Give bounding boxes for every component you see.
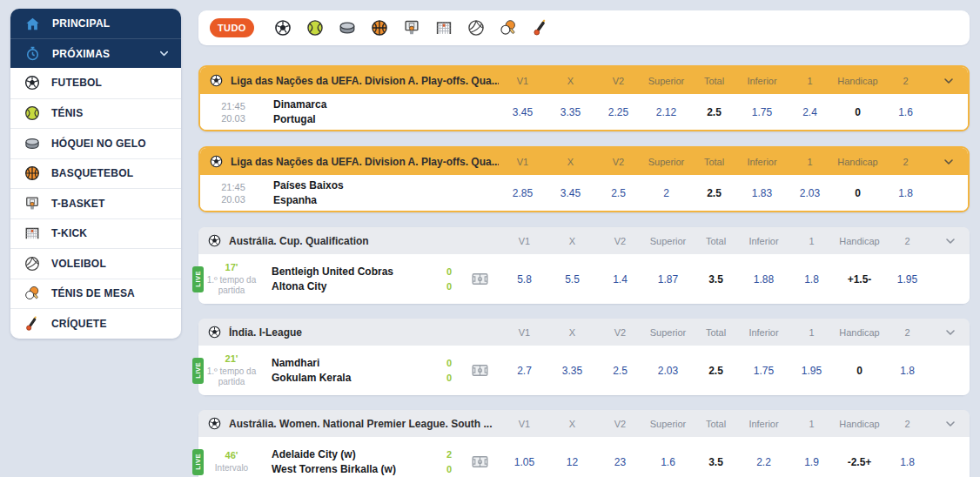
puck-icon[interactable] (338, 18, 357, 37)
odds-handicap-line: 0 (834, 187, 882, 199)
soccer-icon[interactable] (273, 18, 292, 37)
league-title: Austrália. Cup. Qualification (229, 235, 500, 247)
chevron-down-icon[interactable] (931, 234, 970, 248)
tbasket-icon[interactable] (402, 18, 421, 37)
sidebar-item-label: T-KICK (51, 227, 87, 239)
sidebar-item-principal[interactable]: PRINCIPAL (10, 9, 181, 38)
cricket-icon[interactable] (531, 18, 550, 37)
match-time-info: 21' 1.º tempo da partida (198, 353, 265, 387)
volleyball-icon[interactable] (467, 18, 486, 37)
sidebar-item-tenis-de-mesa[interactable]: TÉNIS DE MESA (10, 279, 181, 309)
sidebar-item-proximas[interactable]: PRÓXIMAS (10, 38, 181, 68)
odds-v1[interactable]: 1.05 (500, 456, 548, 468)
odds-2[interactable]: 1.6 (882, 106, 930, 118)
league-header[interactable]: Liga das Nações da UEFA. Division A. Pla… (200, 148, 968, 175)
sidebar-item-hoquei-no-gelo[interactable]: HÓQUEI NO GELO (10, 128, 181, 158)
sidebar-item-tenis[interactable]: TÉNIS (10, 98, 181, 129)
odds-total-line: 3.5 (692, 456, 740, 468)
odds-1[interactable]: 1.95 (788, 365, 836, 377)
odds-superior[interactable]: 1.87 (644, 273, 692, 286)
teams[interactable]: Bentleigh United Cobras Altona City (265, 265, 440, 294)
sidebar-item-t-kick[interactable]: T-KICK (10, 218, 181, 249)
match-row: 21:45 20.03 Países Baixos Espanha (200, 175, 968, 211)
column-header-handicap: Handicap (836, 327, 883, 338)
odds-1[interactable]: 1.8 (788, 273, 836, 286)
pitch-stats-icon[interactable] (459, 270, 500, 288)
chevron-down-icon[interactable] (930, 74, 968, 88)
sidebar-item-label: T-BASKET (51, 198, 105, 210)
start-time: 21:45 (200, 100, 266, 112)
odds-2[interactable]: 1.95 (883, 273, 931, 286)
sidebar-item-t-basket[interactable]: T-BASKET (10, 188, 181, 218)
odds-2[interactable]: 1.8 (882, 187, 930, 199)
odds-1[interactable]: 2.03 (786, 187, 834, 199)
sidebar-item-basquetebol[interactable]: BASQUETEBOL (10, 158, 181, 189)
sidebar-item-voleibol[interactable]: VOLEIBOL (10, 248, 181, 279)
odds-v2[interactable]: 1.4 (596, 273, 644, 286)
odds-x[interactable]: 3.35 (547, 106, 594, 118)
league-title: Austrália. Women. National Premier Leagu… (229, 418, 500, 430)
soccer-icon (207, 416, 222, 431)
odds-column-headers: V1 X V2 Superior Total Inferior 1 Handic… (499, 157, 930, 167)
odds-v2[interactable]: 23 (596, 456, 644, 468)
odds-x[interactable]: 3.45 (547, 187, 594, 199)
league-header[interactable]: Austrália. Women. National Premier Leagu… (198, 410, 970, 437)
chevron-down-icon[interactable] (158, 47, 171, 60)
pitch-stats-icon[interactable] (459, 361, 500, 380)
match-row: LIVE 46' Intervalo Adelaide City (w) Wes… (198, 437, 970, 477)
odds-inferior[interactable]: 1.83 (738, 187, 786, 199)
home-team: Bentleigh United Cobras (272, 265, 440, 279)
odds-superior[interactable]: 2.03 (644, 365, 692, 377)
odds-x[interactable]: 12 (548, 456, 596, 468)
odds-v1[interactable]: 5.8 (500, 273, 548, 286)
odds-superior[interactable]: 2 (642, 187, 690, 199)
league-header[interactable]: Austrália. Cup. Qualification V1 X V2 Su… (198, 227, 970, 254)
column-header-handicap: Handicap (836, 236, 883, 246)
odds-inferior[interactable]: 2.2 (740, 456, 788, 468)
odds-v1[interactable]: 3.45 (499, 106, 547, 118)
filter-all-button[interactable]: TUDO (210, 18, 254, 37)
odds-v1[interactable]: 2.7 (500, 365, 548, 377)
odds-x[interactable]: 5.5 (548, 273, 596, 286)
odds-2[interactable]: 1.8 (883, 365, 931, 377)
odds-inferior[interactable]: 1.75 (738, 106, 786, 118)
tennis-icon[interactable] (305, 18, 325, 37)
tkick-icon[interactable] (434, 18, 453, 37)
chevron-down-icon[interactable] (931, 326, 970, 339)
sidebar-item-criquete[interactable]: CRÍQUETE (10, 308, 181, 339)
teams[interactable]: Adelaide City (w) West Torrens Birkalla … (265, 447, 440, 477)
teams[interactable]: Países Baixos Espanha (266, 178, 499, 208)
odds-v2[interactable]: 2.5 (594, 187, 642, 199)
odds-x[interactable]: 3.35 (548, 365, 596, 377)
odds-v1[interactable]: 2.85 (499, 187, 547, 199)
odds-1[interactable]: 2.4 (786, 106, 834, 118)
league-header[interactable]: Liga das Nações da UEFA. Division A. Pla… (200, 67, 968, 94)
odds-v2[interactable]: 2.25 (594, 106, 642, 118)
odds-v2[interactable]: 2.5 (596, 365, 644, 377)
odds-2[interactable]: 1.8 (883, 456, 931, 468)
sidebar-item-label: BASQUETEBOL (51, 167, 133, 179)
tabletennis-icon[interactable] (499, 18, 518, 37)
teams[interactable]: Dinamarca Portugal (266, 97, 499, 127)
score: 2 0 (440, 447, 459, 477)
basketball-icon[interactable] (370, 18, 389, 37)
teams[interactable]: Namdhari Gokulam Kerala (265, 356, 440, 386)
match-time-info: 21:45 20.03 (200, 100, 266, 124)
soccer-icon (207, 233, 222, 248)
chevron-down-icon[interactable] (931, 417, 970, 431)
odds-inferior[interactable]: 1.75 (740, 365, 788, 377)
match-minute: 17' (198, 262, 265, 273)
pitch-stats-icon[interactable] (459, 453, 500, 471)
odds-1[interactable]: 1.9 (788, 456, 836, 468)
column-header-inferior: Inferior (738, 157, 786, 167)
odds-superior[interactable]: 2.12 (642, 106, 690, 118)
puck-icon (23, 135, 41, 152)
odds-inferior[interactable]: 1.88 (740, 273, 788, 286)
sidebar-item-futebol[interactable]: FUTEBOL (10, 68, 181, 98)
odds-superior[interactable]: 1.6 (644, 456, 692, 468)
sidebar-item-label: TÉNIS DE MESA (51, 287, 135, 299)
league-header[interactable]: Índia. I-League V1 X V2 Superior Total I… (198, 319, 970, 346)
column-header-v2: V2 (594, 157, 642, 167)
column-header-inferior: Inferior (740, 419, 788, 429)
chevron-down-icon[interactable] (930, 155, 968, 169)
